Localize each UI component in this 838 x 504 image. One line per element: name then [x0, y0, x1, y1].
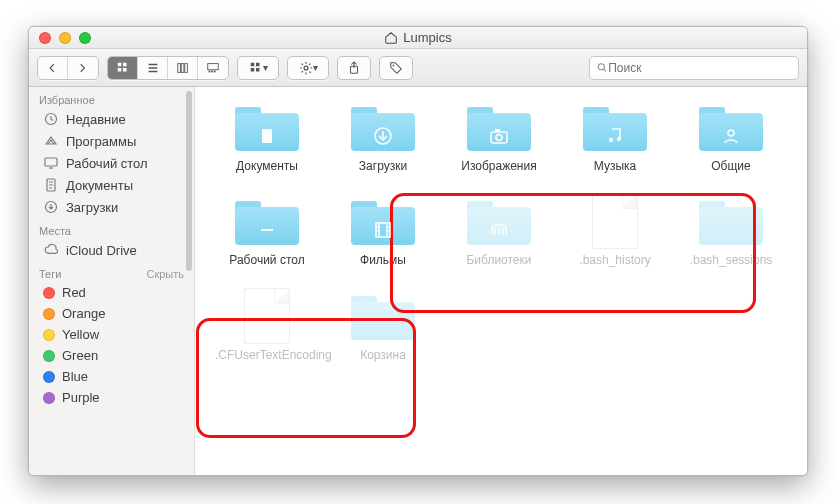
sidebar-item-label: Blue — [62, 369, 88, 384]
share-button[interactable] — [337, 56, 371, 80]
folder-title: Lumpics — [403, 30, 451, 45]
folder-icon — [351, 197, 415, 245]
search-icon — [596, 61, 608, 74]
window-controls — [39, 32, 91, 44]
home-icon — [384, 31, 398, 45]
cloud-icon — [43, 242, 59, 258]
folder-icon — [699, 103, 763, 151]
sidebar-item-label: Документы — [66, 178, 133, 193]
arrange-segment[interactable]: ▾ — [237, 56, 279, 80]
sidebar-tag[interactable]: Green — [29, 345, 194, 366]
tag-button[interactable] — [379, 56, 413, 80]
folder-item[interactable]: Загрузки — [329, 99, 437, 173]
zoom-window-button[interactable] — [79, 32, 91, 44]
desktop-icon — [43, 155, 59, 171]
sidebar-tag[interactable]: Blue — [29, 366, 194, 387]
folder-item[interactable]: .bash_sessions — [677, 193, 785, 267]
tag-dot-icon — [43, 287, 55, 299]
library-icon — [488, 219, 510, 241]
folder-item[interactable]: Документы — [213, 99, 321, 173]
sidebar-item-label: Рабочий стол — [66, 156, 148, 171]
grid-small-icon — [249, 61, 263, 75]
apps-icon — [43, 133, 59, 149]
music-icon — [604, 125, 626, 147]
sidebar-item[interactable]: iCloud Drive — [29, 239, 194, 261]
item-label: Загрузки — [359, 159, 407, 173]
view-mode-segment — [107, 56, 229, 80]
forward-button[interactable] — [68, 57, 98, 79]
back-button[interactable] — [38, 57, 68, 79]
tag-dot-icon — [43, 371, 55, 383]
file-grid: ДокументыЗагрузкиИзображенияМузыкаОбщиеР… — [195, 87, 807, 475]
sidebar-item-label: Загрузки — [66, 200, 118, 215]
folder-item[interactable]: Общие — [677, 99, 785, 173]
tag-icon — [389, 61, 403, 75]
tag-dot-icon — [43, 308, 55, 320]
minus-icon — [256, 219, 278, 241]
downloads-icon — [43, 199, 59, 215]
view-list-button[interactable] — [138, 57, 168, 79]
sidebar: Избранное НедавниеПрограммыРабочий столД… — [29, 87, 195, 475]
file-item[interactable]: .bash_history — [561, 193, 669, 267]
view-gallery-button[interactable] — [198, 57, 228, 79]
sidebar-item-label: Недавние — [66, 112, 126, 127]
minimize-window-button[interactable] — [59, 32, 71, 44]
sidebar-tag[interactable]: Orange — [29, 303, 194, 324]
titlebar: Lumpics — [29, 27, 807, 49]
docs-icon — [43, 177, 59, 193]
item-label: .CFUserTextEncoding — [215, 348, 319, 362]
folder-item[interactable]: Фильмы — [329, 193, 437, 267]
sidebar-item[interactable]: Недавние — [29, 108, 194, 130]
file-icon — [244, 288, 290, 344]
gallery-icon — [206, 61, 220, 75]
film-icon — [372, 219, 394, 241]
item-label: Общие — [711, 159, 750, 173]
sidebar-item[interactable]: Документы — [29, 174, 194, 196]
toolbar: ▾ ▾ — [29, 49, 807, 87]
sidebar-item[interactable]: Рабочий стол — [29, 152, 194, 174]
download-icon — [372, 125, 394, 147]
sidebar-tag[interactable]: Purple — [29, 387, 194, 408]
folder-item[interactable]: Рабочий стол — [213, 193, 321, 267]
folder-icon — [235, 197, 299, 245]
sidebar-scrollbar[interactable] — [186, 89, 192, 473]
sidebar-item-label: Purple — [62, 390, 100, 405]
folder-item[interactable]: Музыка — [561, 99, 669, 173]
window-title: Lumpics — [29, 30, 807, 45]
sidebar-item[interactable]: Программы — [29, 130, 194, 152]
columns-icon — [176, 61, 190, 75]
tag-dot-icon — [43, 350, 55, 362]
sidebar-item[interactable]: Загрузки — [29, 196, 194, 218]
search-field[interactable] — [589, 56, 799, 80]
file-item[interactable]: .CFUserTextEncoding — [213, 288, 321, 362]
sidebar-tag[interactable]: Red — [29, 282, 194, 303]
person-icon — [720, 125, 742, 147]
view-columns-button[interactable] — [168, 57, 198, 79]
grid-icon — [116, 61, 130, 75]
tags-section-label: Теги Скрыть — [29, 261, 194, 282]
search-input[interactable] — [608, 61, 792, 75]
sidebar-item-label: Yellow — [62, 327, 99, 342]
share-icon — [347, 61, 361, 75]
tag-dot-icon — [43, 392, 55, 404]
doc-icon — [256, 125, 278, 147]
sidebar-item-label: Green — [62, 348, 98, 363]
folder-item[interactable]: Библиотеки — [445, 193, 553, 267]
item-label: Фильмы — [360, 253, 406, 267]
folder-icon — [583, 103, 647, 151]
locations-section-label: Места — [29, 218, 194, 239]
folder-item[interactable]: Изображения — [445, 99, 553, 173]
file-icon — [592, 193, 638, 249]
chevron-down-icon: ▾ — [313, 62, 318, 73]
tag-dot-icon — [43, 329, 55, 341]
view-icons-button[interactable] — [108, 57, 138, 79]
folder-item[interactable]: Корзина — [329, 288, 437, 362]
hide-tags-button[interactable]: Скрыть — [146, 268, 184, 280]
action-segment[interactable]: ▾ — [287, 56, 329, 80]
sidebar-item-label: Red — [62, 285, 86, 300]
recent-icon — [43, 111, 59, 127]
sidebar-tag[interactable]: Yellow — [29, 324, 194, 345]
sidebar-item-label: Orange — [62, 306, 105, 321]
close-window-button[interactable] — [39, 32, 51, 44]
sidebar-item-label: Программы — [66, 134, 136, 149]
